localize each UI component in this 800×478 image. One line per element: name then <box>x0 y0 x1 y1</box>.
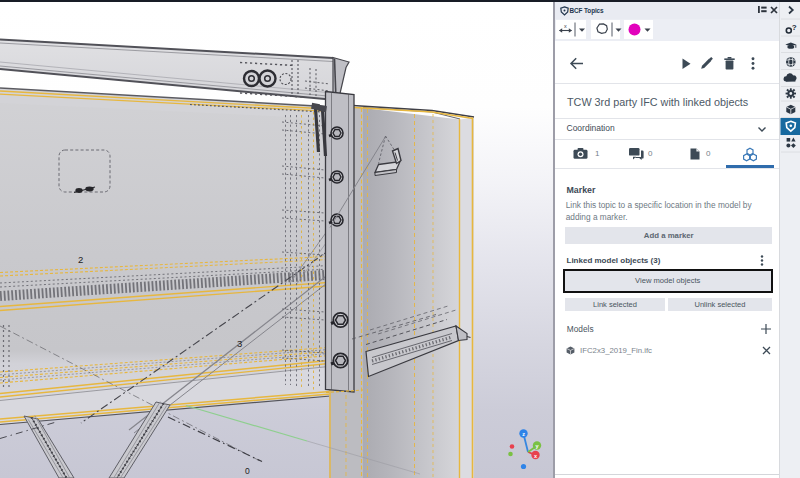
svg-text:2: 2 <box>78 254 83 265</box>
svg-text:0: 0 <box>245 466 250 476</box>
svg-text:x: x <box>564 23 567 29</box>
svg-text:z: z <box>522 431 525 437</box>
svg-text:?: ? <box>792 23 797 32</box>
svg-text:3: 3 <box>237 338 242 349</box>
